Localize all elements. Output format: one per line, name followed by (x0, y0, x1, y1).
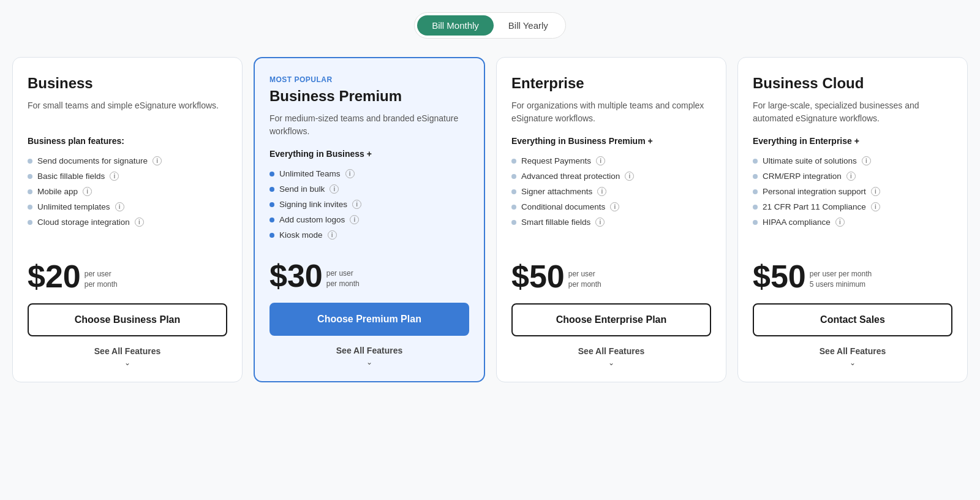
plan-description: For large-scale, specialized businesses … (753, 99, 952, 125)
info-icon: i (83, 187, 92, 196)
price-amount: $20 (28, 260, 81, 292)
info-icon: i (871, 202, 880, 211)
see-all-label: See All Features (820, 346, 886, 356)
feature-item: CRM/ERP integration i (753, 169, 952, 184)
see-all-label: See All Features (336, 346, 402, 355)
cta-button-enterprise[interactable]: Choose Enterprise Plan (511, 303, 711, 336)
feature-text: CRM/ERP integration (763, 172, 842, 181)
feature-text: Mobile app (37, 187, 78, 196)
feature-item: Unlimited Teams i (270, 166, 469, 181)
feature-item: HIPAA compliance i (753, 214, 952, 230)
see-all-features-business-premium[interactable]: See All Features ⌄ (270, 346, 469, 366)
info-icon: i (350, 215, 359, 224)
info-icon: i (153, 156, 162, 165)
feature-dot-icon (511, 159, 516, 164)
price-amount: $50 (511, 260, 565, 292)
feature-text: Signing link invites (279, 200, 347, 209)
feature-item: Smart fillable fields i (511, 214, 711, 230)
feature-dot-icon (270, 233, 274, 238)
feature-dot-icon (28, 205, 32, 210)
feature-text: HIPAA compliance (763, 218, 831, 227)
price-meta: per user per month5 users minimum (810, 269, 872, 292)
plan-description: For medium-sized teams and branded eSign… (270, 112, 469, 138)
feature-dot-icon (511, 189, 516, 194)
bill-monthly-button[interactable]: Bill Monthly (417, 15, 494, 36)
feature-dot-icon (28, 159, 32, 164)
bill-yearly-button[interactable]: Bill Yearly (494, 15, 563, 36)
feature-dot-icon (270, 202, 274, 207)
info-icon: i (135, 218, 144, 227)
feature-text: Unlimited Teams (279, 169, 341, 178)
see-all-features-business-cloud[interactable]: See All Features ⌄ (753, 346, 952, 367)
plan-name: Business Premium (270, 88, 469, 105)
feature-item: Ultimate suite of solutions i (753, 153, 952, 169)
feature-dot-icon (753, 205, 758, 210)
chevron-down-icon: ⌄ (366, 358, 372, 366)
plan-name: Business Cloud (753, 75, 952, 92)
info-icon: i (862, 156, 871, 165)
plan-card-enterprise: Enterprise For organizations with multip… (496, 57, 726, 382)
info-icon: i (330, 184, 339, 194)
info-icon: i (110, 172, 119, 181)
price-meta: per userper month (568, 269, 601, 292)
feature-text: Basic fillable fields (37, 172, 105, 181)
feature-dot-icon (28, 220, 32, 225)
info-icon: i (625, 172, 634, 181)
feature-item: Signing link invites i (270, 197, 469, 212)
plan-description: For small teams and simple eSignature wo… (28, 99, 227, 125)
feature-item: Send documents for signature i (28, 153, 227, 169)
features-heading: Everything in Business Premium + (511, 136, 711, 146)
feature-text: 21 CFR Part 11 Compliance (763, 202, 866, 211)
feature-item: Request Payments i (511, 153, 711, 169)
plan-description: For organizations with multiple teams an… (511, 99, 711, 125)
price-section: $30 per userper month (270, 260, 469, 292)
feature-text: Personal integration support (763, 187, 866, 196)
feature-dot-icon (28, 189, 32, 194)
feature-item: Mobile app i (28, 184, 227, 199)
cta-button-business-premium[interactable]: Choose Premium Plan (270, 303, 469, 336)
see-all-features-enterprise[interactable]: See All Features ⌄ (511, 346, 711, 367)
feature-list: Request Payments i Advanced threat prote… (511, 153, 711, 243)
plan-card-business: Business For small teams and simple eSig… (12, 57, 243, 382)
pricing-cards: Business For small teams and simple eSig… (12, 57, 968, 382)
feature-dot-icon (511, 174, 516, 179)
chevron-down-icon: ⌄ (124, 358, 130, 367)
cta-button-business-cloud[interactable]: Contact Sales (753, 303, 952, 336)
plan-name: Business (28, 75, 227, 92)
feature-item: Advanced threat protection i (511, 169, 711, 184)
features-heading: Business plan features: (28, 136, 227, 146)
cta-button-business[interactable]: Choose Business Plan (28, 303, 227, 336)
info-icon: i (328, 230, 337, 240)
feature-dot-icon (753, 220, 758, 225)
price-meta: per userper month (326, 268, 360, 292)
chevron-down-icon: ⌄ (608, 358, 614, 367)
feature-dot-icon (270, 187, 274, 192)
info-icon: i (596, 156, 605, 165)
feature-text: Signer attachments (521, 187, 592, 196)
info-icon: i (846, 172, 856, 181)
feature-item: Personal integration support i (753, 184, 952, 199)
plan-card-business-premium: MOST POPULAR Business Premium For medium… (254, 57, 485, 382)
plan-name: Enterprise (511, 75, 711, 92)
info-icon: i (871, 187, 880, 196)
feature-text: Send documents for signature (37, 156, 148, 165)
info-icon: i (115, 202, 124, 211)
see-all-features-business[interactable]: See All Features ⌄ (28, 346, 227, 367)
price-section: $20 per userper month (28, 260, 227, 292)
feature-item: Add custom logos i (270, 212, 469, 227)
feature-text: Ultimate suite of solutions (763, 156, 857, 165)
feature-item: Send in bulk i (270, 181, 469, 197)
feature-item: Conditional documents i (511, 199, 711, 214)
info-icon: i (610, 202, 619, 211)
info-icon: i (345, 169, 355, 178)
feature-text: Smart fillable fields (521, 218, 590, 227)
feature-text: Advanced threat protection (521, 172, 620, 181)
features-heading: Everything in Business + (270, 149, 469, 159)
price-meta: per userper month (85, 269, 118, 292)
feature-dot-icon (511, 205, 516, 210)
feature-dot-icon (511, 220, 516, 225)
feature-text: Request Payments (521, 156, 591, 165)
price-section: $50 per user per month5 users minimum (753, 260, 952, 292)
feature-item: Unlimited templates i (28, 199, 227, 214)
feature-text: Send in bulk (279, 184, 325, 194)
